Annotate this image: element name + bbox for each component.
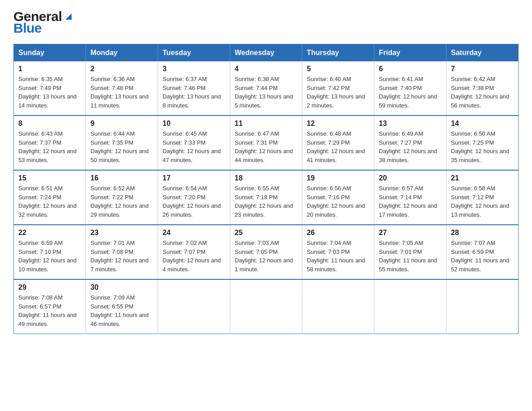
daylight-text: Daylight: 13 hours and 14 minutes.: [18, 93, 77, 109]
day-info: Sunrise: 6:44 AM Sunset: 7:35 PM Dayligh…: [90, 129, 153, 164]
calendar-day-cell: 4 Sunrise: 6:38 AM Sunset: 7:44 PM Dayli…: [230, 61, 302, 116]
daylight-text: Daylight: 11 hours and 55 minutes.: [379, 257, 437, 273]
sunset-text: Sunset: 7:33 PM: [163, 139, 206, 146]
day-number: 2: [90, 65, 153, 73]
sunrise-text: Sunrise: 6:37 AM: [163, 76, 207, 82]
day-info: Sunrise: 7:05 AM Sunset: 7:01 PM Dayligh…: [379, 239, 442, 274]
calendar-day-cell: 6 Sunrise: 6:41 AM Sunset: 7:40 PM Dayli…: [374, 61, 446, 116]
calendar-day-cell: 17 Sunrise: 6:54 AM Sunset: 7:20 PM Dayl…: [158, 170, 230, 225]
calendar-week-row: 22 Sunrise: 6:59 AM Sunset: 7:10 PM Dayl…: [14, 225, 519, 279]
sunrise-text: Sunrise: 6:55 AM: [235, 185, 279, 192]
sunrise-text: Sunrise: 6:41 AM: [379, 76, 423, 82]
day-info: Sunrise: 6:45 AM Sunset: 7:33 PM Dayligh…: [163, 129, 225, 164]
daylight-text: Daylight: 12 hours and 29 minutes.: [90, 202, 149, 218]
day-number: 24: [163, 229, 225, 237]
calendar-day-cell: 5 Sunrise: 6:40 AM Sunset: 7:42 PM Dayli…: [302, 61, 374, 116]
sunrise-text: Sunrise: 6:42 AM: [451, 76, 495, 82]
header-thursday: Thursday: [302, 44, 374, 62]
calendar-day-cell: 1 Sunrise: 6:35 AM Sunset: 7:49 PM Dayli…: [14, 61, 86, 116]
calendar-day-cell: 12 Sunrise: 6:48 AM Sunset: 7:29 PM Dayl…: [302, 116, 374, 170]
sunset-text: Sunset: 6:55 PM: [90, 303, 133, 310]
day-number: 17: [163, 174, 225, 182]
header-tuesday: Tuesday: [158, 44, 230, 62]
day-info: Sunrise: 6:48 AM Sunset: 7:29 PM Dayligh…: [307, 129, 369, 164]
sunrise-text: Sunrise: 6:58 AM: [451, 185, 495, 192]
sunset-text: Sunset: 7:44 PM: [235, 85, 278, 91]
daylight-text: Daylight: 11 hours and 46 minutes.: [90, 312, 149, 327]
day-info: Sunrise: 7:02 AM Sunset: 7:07 PM Dayligh…: [163, 239, 225, 274]
sunset-text: Sunset: 7:40 PM: [379, 85, 422, 91]
calendar-day-cell: 20 Sunrise: 6:57 AM Sunset: 7:14 PM Dayl…: [374, 170, 446, 225]
calendar-day-cell: 15 Sunrise: 6:51 AM Sunset: 7:24 PM Dayl…: [14, 170, 86, 225]
calendar-body: 1 Sunrise: 6:35 AM Sunset: 7:49 PM Dayli…: [14, 61, 519, 334]
calendar-day-cell: 28 Sunrise: 7:07 AM Sunset: 6:59 PM Dayl…: [446, 225, 519, 279]
header-sunday: Sunday: [14, 44, 86, 62]
day-info: Sunrise: 6:38 AM Sunset: 7:44 PM Dayligh…: [235, 75, 297, 110]
day-info: Sunrise: 7:03 AM Sunset: 7:05 PM Dayligh…: [235, 239, 297, 274]
daylight-text: Daylight: 12 hours and 26 minutes.: [163, 202, 221, 218]
sunrise-text: Sunrise: 7:03 AM: [235, 240, 279, 246]
sunrise-text: Sunrise: 7:05 AM: [379, 240, 423, 246]
calendar-day-cell: 14 Sunrise: 6:50 AM Sunset: 7:25 PM Dayl…: [446, 116, 519, 170]
sunrise-text: Sunrise: 6:35 AM: [18, 76, 63, 82]
calendar-day-cell: 22 Sunrise: 6:59 AM Sunset: 7:10 PM Dayl…: [14, 225, 86, 279]
calendar-day-cell: 29 Sunrise: 7:08 AM Sunset: 6:57 PM Dayl…: [14, 279, 86, 334]
day-number: 4: [235, 65, 297, 73]
day-number: 7: [451, 65, 514, 73]
day-info: Sunrise: 6:55 AM Sunset: 7:18 PM Dayligh…: [235, 184, 297, 219]
sunrise-text: Sunrise: 6:50 AM: [451, 130, 495, 137]
daylight-text: Daylight: 12 hours and 1 minute.: [235, 257, 293, 273]
calendar-day-cell: [230, 279, 302, 334]
sunrise-text: Sunrise: 6:56 AM: [307, 185, 351, 192]
calendar-day-cell: 25 Sunrise: 7:03 AM Sunset: 7:05 PM Dayl…: [230, 225, 302, 279]
day-info: Sunrise: 6:57 AM Sunset: 7:14 PM Dayligh…: [379, 184, 442, 219]
sunrise-text: Sunrise: 6:38 AM: [235, 76, 279, 82]
daylight-text: Daylight: 12 hours and 41 minutes.: [307, 148, 365, 163]
daylight-text: Daylight: 13 hours and 2 minutes.: [307, 93, 365, 109]
sunset-text: Sunset: 7:37 PM: [18, 139, 61, 146]
sunset-text: Sunset: 6:57 PM: [18, 303, 61, 310]
sunset-text: Sunset: 7:27 PM: [379, 139, 422, 146]
sunrise-text: Sunrise: 6:43 AM: [18, 130, 63, 137]
day-number: 14: [451, 120, 514, 128]
day-number: 10: [163, 120, 225, 128]
sunset-text: Sunset: 7:01 PM: [379, 248, 422, 255]
calendar-week-row: 15 Sunrise: 6:51 AM Sunset: 7:24 PM Dayl…: [14, 170, 519, 225]
sunset-text: Sunset: 7:10 PM: [18, 248, 61, 255]
sunset-text: Sunset: 7:05 PM: [235, 248, 278, 255]
daylight-text: Daylight: 12 hours and 53 minutes.: [18, 148, 77, 163]
calendar-day-cell: 2 Sunrise: 6:36 AM Sunset: 7:48 PM Dayli…: [86, 61, 158, 116]
day-number: 25: [235, 229, 297, 237]
sunset-text: Sunset: 7:07 PM: [163, 248, 206, 255]
daylight-text: Daylight: 11 hours and 49 minutes.: [18, 312, 77, 327]
day-info: Sunrise: 6:51 AM Sunset: 7:24 PM Dayligh…: [18, 184, 81, 219]
day-number: 28: [451, 229, 514, 237]
calendar-day-cell: 11 Sunrise: 6:47 AM Sunset: 7:31 PM Dayl…: [230, 116, 302, 170]
day-number: 3: [163, 65, 225, 73]
calendar-day-cell: 24 Sunrise: 7:02 AM Sunset: 7:07 PM Dayl…: [158, 225, 230, 279]
calendar-day-cell: 9 Sunrise: 6:44 AM Sunset: 7:35 PM Dayli…: [86, 116, 158, 170]
day-info: Sunrise: 7:07 AM Sunset: 6:59 PM Dayligh…: [451, 239, 514, 274]
daylight-text: Daylight: 12 hours and 38 minutes.: [379, 148, 437, 163]
day-info: Sunrise: 6:50 AM Sunset: 7:25 PM Dayligh…: [451, 129, 514, 164]
day-number: 26: [307, 229, 369, 237]
daylight-text: Daylight: 13 hours and 5 minutes.: [235, 93, 293, 109]
sunset-text: Sunset: 7:38 PM: [451, 85, 494, 91]
header-friday: Friday: [374, 44, 446, 62]
calendar-week-row: 29 Sunrise: 7:08 AM Sunset: 6:57 PM Dayl…: [14, 279, 519, 334]
day-info: Sunrise: 6:41 AM Sunset: 7:40 PM Dayligh…: [379, 75, 442, 110]
page-header: General Blue: [13, 9, 519, 36]
sunrise-text: Sunrise: 6:59 AM: [18, 240, 63, 246]
calendar-table: Sunday Monday Tuesday Wednesday Thursday…: [13, 44, 519, 334]
sunrise-text: Sunrise: 6:40 AM: [307, 76, 351, 82]
sunset-text: Sunset: 7:20 PM: [163, 194, 206, 201]
sunrise-text: Sunrise: 7:07 AM: [451, 240, 495, 246]
daylight-text: Daylight: 12 hours and 32 minutes.: [18, 202, 77, 218]
logo-area: General Blue: [13, 9, 73, 36]
sunset-text: Sunset: 7:25 PM: [451, 139, 494, 146]
day-info: Sunrise: 6:47 AM Sunset: 7:31 PM Dayligh…: [235, 129, 297, 164]
day-info: Sunrise: 6:37 AM Sunset: 7:46 PM Dayligh…: [163, 75, 225, 110]
days-of-week-row: Sunday Monday Tuesday Wednesday Thursday…: [14, 44, 519, 62]
calendar-day-cell: 26 Sunrise: 7:04 AM Sunset: 7:03 PM Dayl…: [302, 225, 374, 279]
day-info: Sunrise: 6:43 AM Sunset: 7:37 PM Dayligh…: [18, 129, 81, 164]
